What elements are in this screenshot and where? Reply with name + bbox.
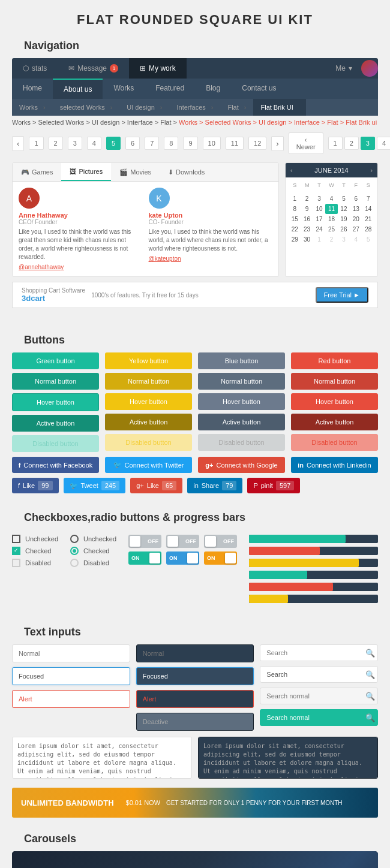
cal-day[interactable]: 10 [313, 204, 325, 214]
red-hover-button[interactable]: Hover button [291, 393, 378, 410]
search-active-input[interactable] [260, 666, 378, 683]
cal-day[interactable]: 29 [289, 234, 301, 245]
facebook-connect-button[interactable]: f Connect with Facebook [12, 457, 99, 473]
page-10[interactable]: 10 [203, 137, 221, 150]
breadcrumb-selected[interactable]: selected Works [53, 99, 120, 116]
breadcrumb-works[interactable]: Works [12, 99, 53, 116]
checkbox-box-unchecked[interactable] [12, 535, 20, 543]
cal-day[interactable]: 30 [301, 234, 313, 245]
avatar[interactable] [361, 60, 378, 77]
breadcrumb-interfaces[interactable]: Interfaces [169, 99, 220, 116]
yellow-active-button[interactable]: Active button [105, 414, 192, 430]
tab-games[interactable]: 🎮 Games [13, 163, 61, 181]
search-icon[interactable]: 🔍 [365, 649, 375, 658]
breadcrumb-flat[interactable]: Flat [220, 99, 253, 116]
focused-input[interactable] [12, 667, 130, 685]
search-light-icon[interactable]: 🔍 [365, 692, 375, 701]
blue-button[interactable]: Blue button [198, 352, 285, 369]
tab-movies[interactable]: 🎬 Movies [111, 163, 160, 181]
yellow-hover-button[interactable]: Hover button [105, 393, 192, 410]
cal-day[interactable]: 26 [338, 224, 350, 234]
radio-button-checked[interactable] [70, 547, 79, 555]
cal-day[interactable]: 24 [313, 224, 325, 234]
nav-blog[interactable]: Blog [195, 79, 231, 99]
cal-day[interactable]: 15 [289, 214, 301, 224]
dark-focused-input[interactable] [136, 667, 254, 685]
cal-day[interactable]: 28 [362, 224, 374, 234]
cal-day[interactable]: 4 [350, 234, 362, 245]
top-nav-stats[interactable]: ⬡ stats [12, 58, 58, 79]
green-button[interactable]: Green button [12, 352, 99, 369]
newer-p3[interactable]: 3 [361, 137, 375, 150]
cal-day[interactable]: 14 [362, 204, 374, 214]
normal-input[interactable] [12, 644, 130, 662]
profile-link-kate[interactable]: @kateupton [149, 255, 273, 262]
cal-day[interactable]: 1 [289, 194, 301, 204]
google-like-button[interactable]: g+ Like 65 [130, 478, 182, 493]
checkbox-box-checked[interactable] [12, 547, 20, 555]
newer-p2[interactable]: 2 [344, 137, 359, 150]
linkedin-connect-button[interactable]: in Connect with Linkedin [291, 457, 378, 473]
toggle-off-2[interactable]: OFF [166, 535, 199, 548]
cal-day[interactable]: 18 [325, 214, 337, 224]
page-2[interactable]: 2 [49, 137, 63, 150]
google-connect-button[interactable]: g+ Connect with Google [198, 457, 285, 473]
light-textarea[interactable]: Lorem ipsum dolor sit amet, consectetur … [12, 737, 192, 779]
page-3[interactable]: 3 [68, 137, 82, 150]
breadcrumb-link[interactable]: Works > Selected Works > UI design > Int… [179, 119, 377, 126]
cal-day[interactable]: 4 [325, 194, 337, 204]
calendar-next[interactable]: › [370, 167, 373, 174]
newer-p1[interactable]: 1 [328, 137, 343, 150]
yellow-normal-button[interactable]: Normal button [105, 373, 192, 390]
ad-trial-button[interactable]: Free Trial ► [316, 287, 368, 303]
cal-day[interactable]: 1 [313, 234, 325, 245]
green-hover-button[interactable]: Hover button [12, 393, 99, 411]
cal-day[interactable]: 6 [350, 194, 362, 204]
cal-day[interactable]: 20 [350, 214, 362, 224]
dark-textarea[interactable]: Lorem ipsum dolor sit amet, consectetur … [198, 737, 378, 779]
cal-day[interactable]: 12 [338, 204, 350, 214]
cal-day[interactable]: 19 [338, 214, 350, 224]
toggle-on-1[interactable]: ON [128, 551, 161, 565]
newer-btn[interactable]: ‹ Newer [289, 132, 323, 154]
pagination-prev[interactable]: ‹ [12, 136, 24, 151]
page-1[interactable]: 1 [29, 137, 43, 150]
toggle-on-2[interactable]: ON [166, 551, 199, 565]
newer-p4[interactable]: 4 [377, 137, 390, 150]
dark-normal-input[interactable] [136, 644, 254, 662]
top-nav-me[interactable]: Me ▾ [326, 58, 361, 79]
cal-day[interactable]: 7 [362, 194, 374, 204]
red-active-button[interactable]: Active button [291, 414, 378, 430]
toggle-off-1[interactable]: OFF [128, 535, 161, 548]
twitter-tweet-button[interactable]: 🐦 Tweet 245 [64, 478, 126, 493]
page-8[interactable]: 8 [164, 137, 178, 150]
cal-day[interactable]: 25 [325, 224, 337, 234]
pinterest-pinit-button[interactable]: P pinit 597 [247, 478, 300, 493]
page-6[interactable]: 6 [125, 137, 140, 150]
cal-day[interactable]: 2 [325, 234, 337, 245]
tab-pictures[interactable]: 🖼 Pictures [61, 163, 111, 181]
cal-day-today[interactable]: 11 [325, 204, 337, 214]
cal-day[interactable]: 17 [313, 214, 325, 224]
search-teal-input[interactable] [260, 709, 378, 726]
cal-day[interactable]: 3 [313, 194, 325, 204]
search-light-input[interactable] [260, 688, 378, 704]
nav-home[interactable]: Home [12, 79, 53, 99]
nav-featured[interactable]: Featured [145, 79, 195, 99]
blue-active-button[interactable]: Active button [198, 414, 285, 430]
search-normal-input[interactable] [260, 644, 378, 661]
toggle-on-3[interactable]: ON [204, 551, 237, 565]
cal-day[interactable]: 9 [301, 204, 313, 214]
page-7[interactable]: 7 [145, 137, 159, 150]
profile-link-anne[interactable]: @annehathaway [19, 264, 143, 270]
cal-day[interactable]: 16 [301, 214, 313, 224]
radio-button-unchecked[interactable] [70, 535, 79, 543]
tab-downloads[interactable]: ⬇ Downlods [160, 163, 213, 181]
breadcrumb-flatbrik[interactable]: Flat Brik UI [253, 99, 305, 116]
toggle-off-3[interactable]: OFF [204, 535, 237, 548]
pagination-next[interactable]: › [271, 136, 283, 151]
search-active-icon[interactable]: 🔍 [365, 670, 375, 679]
blue-hover-button[interactable]: Hover button [198, 393, 285, 410]
nav-about[interactable]: About us [53, 79, 103, 99]
nav-contact[interactable]: Contact us [231, 79, 287, 99]
